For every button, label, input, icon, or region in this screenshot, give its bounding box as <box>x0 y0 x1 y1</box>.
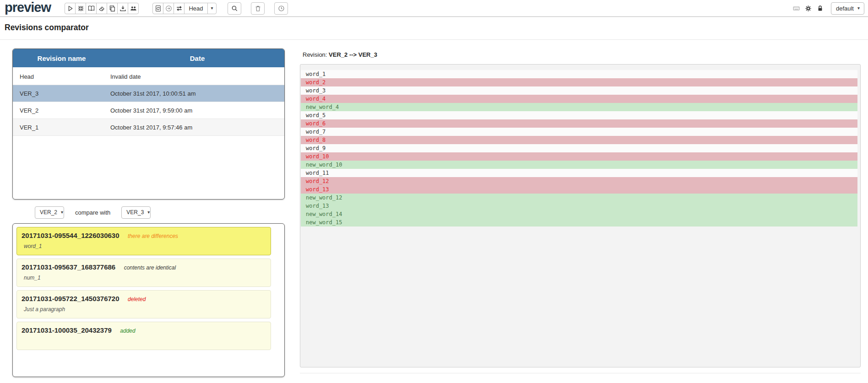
profile-select[interactable]: default ▾ <box>831 2 864 15</box>
revisions-comparator-page: preview Head ▾ default ▾ Revisions compa… <box>0 0 868 383</box>
diff-line-text: word_12 <box>306 178 329 184</box>
revisions-table-header: Revision name Date <box>13 49 284 68</box>
diff-line: word_13 <box>301 202 857 210</box>
revision-date-cell: Invalid date <box>110 73 284 80</box>
document-status: there are differences <box>128 233 178 239</box>
lock-button[interactable] <box>815 3 825 14</box>
diff-line-text: word_6 <box>306 120 326 127</box>
document-item[interactable]: 20171031-100035_20432379 added <box>16 322 271 350</box>
play-icon <box>67 5 74 12</box>
toolbar-group-revision: Head ▾ <box>152 3 217 14</box>
document-item-head: 20171031-095722_1450376720 deleted <box>22 295 266 303</box>
document-item[interactable]: 20171031-095722_1450376720 deleted Just … <box>16 290 271 318</box>
document-status: added <box>120 328 135 334</box>
revision-date-cell: October 31st 2017, 9:57:46 am <box>110 124 284 131</box>
main-content: Revision name Date Head Invalid date VER… <box>0 40 868 377</box>
gear-button[interactable] <box>803 3 814 14</box>
head-select[interactable]: Head <box>184 3 208 14</box>
head-select-value: Head <box>189 5 203 12</box>
caret-down-icon: ▾ <box>857 6 860 11</box>
search-icon <box>231 5 238 12</box>
compare-with-label: compare with <box>75 209 110 216</box>
diff-header-label: Revision: <box>303 51 329 58</box>
top-toolbar: preview Head ▾ default ▾ <box>0 0 868 17</box>
head-select-caret[interactable]: ▾ <box>207 3 217 14</box>
document-label: word_1 <box>24 243 266 249</box>
compress-button[interactable] <box>75 3 86 14</box>
revision-name-cell: Head <box>13 73 110 80</box>
trash-button[interactable] <box>251 2 265 15</box>
right-column: Revision: VER_2 --> VER_3 word_1 word_2 … <box>300 40 861 373</box>
diff-line: new_word_14 <box>301 210 857 218</box>
table-row[interactable]: Head Invalid date <box>13 68 284 85</box>
revision-date-cell: October 31st 2017, 10:00:51 am <box>110 90 284 97</box>
diff-line-text: new_word_12 <box>306 194 342 201</box>
diff-line-text: new_word_4 <box>306 104 339 110</box>
diff-header-value: VER_2 --> VER_3 <box>329 51 377 58</box>
diff-line: new_word_15 <box>301 218 857 227</box>
diff-line-text: word_13 <box>306 186 329 193</box>
table-row[interactable]: VER_3 October 31st 2017, 10:00:51 am <box>13 85 284 102</box>
diff-line: word_6 <box>301 119 857 128</box>
diff-line-text: word_5 <box>306 112 326 119</box>
diff-line-text: word_3 <box>306 87 326 94</box>
swap-icon <box>176 5 183 12</box>
circle-arrow-icon <box>165 5 172 12</box>
diff-line-text: word_11 <box>306 170 329 176</box>
diff-line: word_4 <box>301 95 857 103</box>
document-item[interactable]: 20171031-095544_1226030630 there are dif… <box>16 227 271 255</box>
profile-select-value: default <box>836 5 854 12</box>
diff-line: word_2 <box>301 78 857 86</box>
column-header-revision-name[interactable]: Revision name <box>13 49 110 67</box>
copy-icon <box>109 5 116 12</box>
gear-icon <box>805 5 812 12</box>
toolbar-right-cluster: default ▾ <box>792 2 864 15</box>
copy-button[interactable] <box>107 3 118 14</box>
document-label <box>24 338 266 344</box>
eraser-button[interactable] <box>96 3 107 14</box>
diff-line-text: word_9 <box>306 145 326 151</box>
compare-source-select[interactable]: VER_2 ▾ <box>35 206 64 219</box>
diff-line-text: word_7 <box>306 129 326 135</box>
users-button[interactable] <box>128 3 139 14</box>
keyboard-button[interactable] <box>792 3 802 14</box>
eraser-icon <box>98 5 105 12</box>
circle-arrow-button[interactable] <box>163 3 174 14</box>
left-column: Revision name Date Head Invalid date VER… <box>12 40 285 377</box>
document-id: 20171031-100035_20432379 <box>22 326 112 334</box>
revision-name-cell: VER_1 <box>13 124 110 131</box>
play-button[interactable] <box>65 3 76 14</box>
page-title: Revisions comparator <box>5 23 868 32</box>
diff-line-text: word_4 <box>306 96 326 102</box>
diff-panel: word_1 word_2 word_3 word_4 new_word_4 w… <box>300 64 861 367</box>
diff-line-text: new_word_15 <box>306 219 342 226</box>
diff-line: new_word_10 <box>301 161 857 169</box>
table-row[interactable]: VER_1 October 31st 2017, 9:57:46 am <box>13 119 284 136</box>
bottom-divider <box>300 373 861 373</box>
compare-target-select[interactable]: VER_3 ▾ <box>121 206 151 219</box>
swap-button[interactable] <box>174 3 184 14</box>
trash-icon <box>255 5 261 12</box>
doc-refresh-button[interactable] <box>152 3 163 14</box>
search-button[interactable] <box>228 2 241 15</box>
download-icon <box>119 5 126 12</box>
clock-button[interactable] <box>274 2 288 15</box>
diff-line: new_word_12 <box>301 194 857 202</box>
diff-line-text: word_8 <box>306 137 326 143</box>
book-button[interactable] <box>86 3 97 14</box>
documents-list: 20171031-095544_1226030630 there are dif… <box>12 223 285 377</box>
table-row[interactable]: VER_2 October 31st 2017, 9:59:00 am <box>13 102 284 119</box>
revision-name-cell: VER_3 <box>13 90 110 97</box>
column-header-date[interactable]: Date <box>110 49 284 67</box>
diff-line: word_8 <box>301 136 857 144</box>
document-status: deleted <box>128 296 146 302</box>
lock-icon <box>817 5 824 12</box>
document-status: contents are identical <box>124 264 176 271</box>
document-item-head: 20171031-095544_1226030630 there are dif… <box>22 232 266 240</box>
download-button[interactable] <box>117 3 128 14</box>
document-item[interactable]: 20171031-095637_168377686 contents are i… <box>16 259 271 287</box>
document-label: num_1 <box>24 275 266 281</box>
document-label: Just a paragraph <box>24 306 266 313</box>
toolbar-group-actions <box>228 2 288 15</box>
diff-line-text: word_1 <box>306 71 326 77</box>
